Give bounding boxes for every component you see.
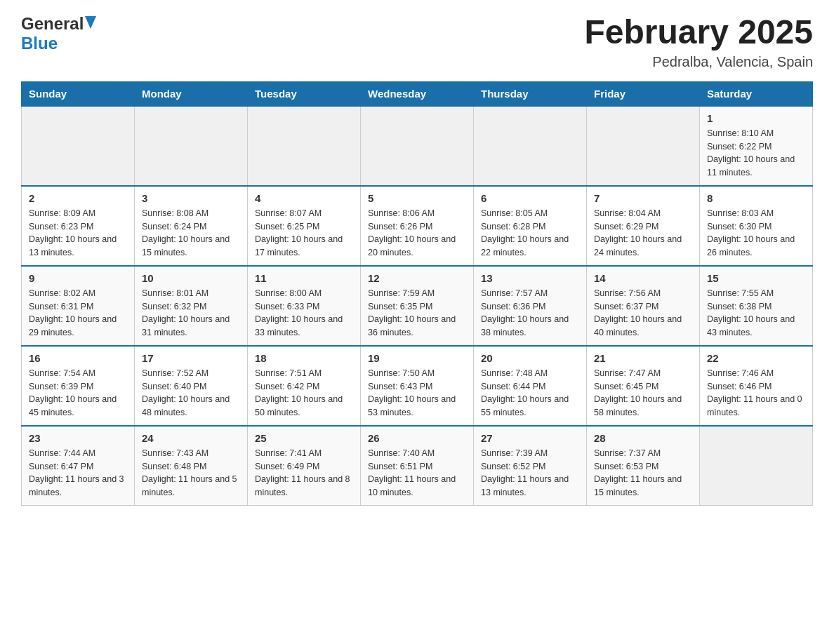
- weekday-header-sunday: Sunday: [22, 81, 135, 106]
- day-number: 28: [594, 432, 692, 444]
- day-info: Sunrise: 8:02 AMSunset: 6:31 PMDaylight:…: [29, 287, 127, 340]
- day-number: 18: [255, 352, 353, 364]
- svg-marker-0: [85, 16, 96, 29]
- calendar-week-row: 1Sunrise: 8:10 AMSunset: 6:22 PMDaylight…: [22, 106, 813, 186]
- page-header: General Blue February 2025 Pedralba, Val…: [21, 14, 813, 70]
- day-info: Sunrise: 7:40 AMSunset: 6:51 PMDaylight:…: [368, 447, 466, 499]
- day-number: 11: [255, 272, 353, 284]
- weekday-header-thursday: Thursday: [474, 81, 587, 106]
- day-number: 21: [594, 352, 692, 364]
- calendar-day-cell: 19Sunrise: 7:50 AMSunset: 6:43 PMDayligh…: [361, 346, 474, 426]
- location-subtitle: Pedralba, Valencia, Spain: [584, 54, 813, 70]
- calendar-day-cell: 15Sunrise: 7:55 AMSunset: 6:38 PMDayligh…: [700, 266, 813, 346]
- calendar-day-cell: [248, 106, 361, 186]
- calendar-day-cell: 26Sunrise: 7:40 AMSunset: 6:51 PMDayligh…: [361, 426, 474, 506]
- day-number: 27: [481, 432, 579, 444]
- calendar-day-cell: 17Sunrise: 7:52 AMSunset: 6:40 PMDayligh…: [135, 346, 248, 426]
- weekday-header-friday: Friday: [587, 81, 700, 106]
- calendar-day-cell: 10Sunrise: 8:01 AMSunset: 6:32 PMDayligh…: [135, 266, 248, 346]
- day-info: Sunrise: 7:55 AMSunset: 6:38 PMDaylight:…: [707, 287, 805, 340]
- day-info: Sunrise: 8:08 AMSunset: 6:24 PMDaylight:…: [142, 207, 240, 260]
- weekday-header-tuesday: Tuesday: [248, 81, 361, 106]
- logo-blue-text: Blue: [21, 34, 58, 53]
- day-info: Sunrise: 7:44 AMSunset: 6:47 PMDaylight:…: [29, 447, 127, 499]
- calendar-week-row: 16Sunrise: 7:54 AMSunset: 6:39 PMDayligh…: [22, 346, 813, 426]
- weekday-header-monday: Monday: [135, 81, 248, 106]
- logo-triangle-icon: [85, 16, 96, 32]
- day-info: Sunrise: 8:07 AMSunset: 6:25 PMDaylight:…: [255, 207, 353, 260]
- title-block: February 2025 Pedralba, Valencia, Spain: [584, 14, 813, 70]
- calendar-day-cell: 25Sunrise: 7:41 AMSunset: 6:49 PMDayligh…: [248, 426, 361, 506]
- calendar-day-cell: 1Sunrise: 8:10 AMSunset: 6:22 PMDaylight…: [700, 106, 813, 186]
- day-info: Sunrise: 8:03 AMSunset: 6:30 PMDaylight:…: [707, 207, 805, 260]
- day-number: 7: [594, 192, 692, 204]
- day-info: Sunrise: 8:01 AMSunset: 6:32 PMDaylight:…: [142, 287, 240, 340]
- day-number: 4: [255, 192, 353, 204]
- calendar-week-row: 23Sunrise: 7:44 AMSunset: 6:47 PMDayligh…: [22, 426, 813, 506]
- calendar-day-cell: 20Sunrise: 7:48 AMSunset: 6:44 PMDayligh…: [474, 346, 587, 426]
- day-info: Sunrise: 8:05 AMSunset: 6:28 PMDaylight:…: [481, 207, 579, 260]
- day-info: Sunrise: 7:41 AMSunset: 6:49 PMDaylight:…: [255, 447, 353, 499]
- calendar-day-cell: 5Sunrise: 8:06 AMSunset: 6:26 PMDaylight…: [361, 186, 474, 266]
- logo-general-text: General: [21, 14, 84, 34]
- day-info: Sunrise: 7:54 AMSunset: 6:39 PMDaylight:…: [29, 367, 127, 420]
- month-year-title: February 2025: [584, 14, 813, 51]
- calendar-day-cell: [700, 426, 813, 506]
- day-info: Sunrise: 7:52 AMSunset: 6:40 PMDaylight:…: [142, 367, 240, 420]
- day-info: Sunrise: 7:51 AMSunset: 6:42 PMDaylight:…: [255, 367, 353, 420]
- weekday-header-wednesday: Wednesday: [361, 81, 474, 106]
- day-info: Sunrise: 7:57 AMSunset: 6:36 PMDaylight:…: [481, 287, 579, 340]
- calendar-day-cell: 13Sunrise: 7:57 AMSunset: 6:36 PMDayligh…: [474, 266, 587, 346]
- calendar-day-cell: 24Sunrise: 7:43 AMSunset: 6:48 PMDayligh…: [135, 426, 248, 506]
- day-info: Sunrise: 7:59 AMSunset: 6:35 PMDaylight:…: [368, 287, 466, 340]
- day-number: 6: [481, 192, 579, 204]
- calendar-day-cell: 14Sunrise: 7:56 AMSunset: 6:37 PMDayligh…: [587, 266, 700, 346]
- day-info: Sunrise: 8:06 AMSunset: 6:26 PMDaylight:…: [368, 207, 466, 260]
- day-number: 22: [707, 352, 805, 364]
- calendar-week-row: 9Sunrise: 8:02 AMSunset: 6:31 PMDaylight…: [22, 266, 813, 346]
- calendar-week-row: 2Sunrise: 8:09 AMSunset: 6:23 PMDaylight…: [22, 186, 813, 266]
- calendar-day-cell: 18Sunrise: 7:51 AMSunset: 6:42 PMDayligh…: [248, 346, 361, 426]
- calendar-table: SundayMondayTuesdayWednesdayThursdayFrid…: [21, 81, 813, 506]
- day-info: Sunrise: 7:56 AMSunset: 6:37 PMDaylight:…: [594, 287, 692, 340]
- day-number: 20: [481, 352, 579, 364]
- day-number: 16: [29, 352, 127, 364]
- day-number: 25: [255, 432, 353, 444]
- day-number: 19: [368, 352, 466, 364]
- day-number: 17: [142, 352, 240, 364]
- calendar-day-cell: 28Sunrise: 7:37 AMSunset: 6:53 PMDayligh…: [587, 426, 700, 506]
- calendar-day-cell: 11Sunrise: 8:00 AMSunset: 6:33 PMDayligh…: [248, 266, 361, 346]
- day-info: Sunrise: 7:47 AMSunset: 6:45 PMDaylight:…: [594, 367, 692, 420]
- day-number: 2: [29, 192, 127, 204]
- day-info: Sunrise: 7:43 AMSunset: 6:48 PMDaylight:…: [142, 447, 240, 499]
- day-number: 8: [707, 192, 805, 204]
- day-number: 10: [142, 272, 240, 284]
- logo: General Blue: [21, 14, 96, 53]
- calendar-day-cell: 16Sunrise: 7:54 AMSunset: 6:39 PMDayligh…: [22, 346, 135, 426]
- calendar-day-cell: [135, 106, 248, 186]
- calendar-day-cell: 2Sunrise: 8:09 AMSunset: 6:23 PMDaylight…: [22, 186, 135, 266]
- day-info: Sunrise: 8:10 AMSunset: 6:22 PMDaylight:…: [707, 127, 805, 180]
- calendar-day-cell: [474, 106, 587, 186]
- weekday-header-saturday: Saturday: [700, 81, 813, 106]
- day-info: Sunrise: 7:50 AMSunset: 6:43 PMDaylight:…: [368, 367, 466, 420]
- day-info: Sunrise: 7:37 AMSunset: 6:53 PMDaylight:…: [594, 447, 692, 499]
- calendar-day-cell: 4Sunrise: 8:07 AMSunset: 6:25 PMDaylight…: [248, 186, 361, 266]
- day-info: Sunrise: 8:09 AMSunset: 6:23 PMDaylight:…: [29, 207, 127, 260]
- calendar-day-cell: 23Sunrise: 7:44 AMSunset: 6:47 PMDayligh…: [22, 426, 135, 506]
- day-info: Sunrise: 7:46 AMSunset: 6:46 PMDaylight:…: [707, 367, 805, 420]
- day-number: 24: [142, 432, 240, 444]
- calendar-day-cell: [22, 106, 135, 186]
- day-number: 12: [368, 272, 466, 284]
- calendar-day-cell: 22Sunrise: 7:46 AMSunset: 6:46 PMDayligh…: [700, 346, 813, 426]
- calendar-day-cell: 3Sunrise: 8:08 AMSunset: 6:24 PMDaylight…: [135, 186, 248, 266]
- day-number: 3: [142, 192, 240, 204]
- calendar-day-cell: 27Sunrise: 7:39 AMSunset: 6:52 PMDayligh…: [474, 426, 587, 506]
- calendar-header-row: SundayMondayTuesdayWednesdayThursdayFrid…: [22, 81, 813, 106]
- calendar-day-cell: 8Sunrise: 8:03 AMSunset: 6:30 PMDaylight…: [700, 186, 813, 266]
- day-info: Sunrise: 7:39 AMSunset: 6:52 PMDaylight:…: [481, 447, 579, 499]
- calendar-day-cell: 7Sunrise: 8:04 AMSunset: 6:29 PMDaylight…: [587, 186, 700, 266]
- day-number: 13: [481, 272, 579, 284]
- calendar-day-cell: [361, 106, 474, 186]
- calendar-day-cell: [587, 106, 700, 186]
